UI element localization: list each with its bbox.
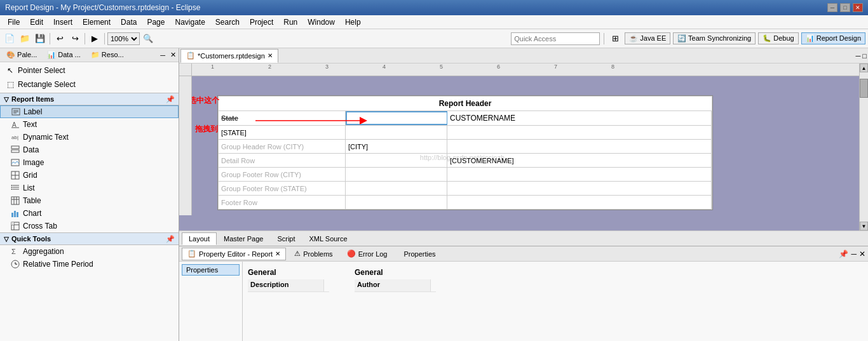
perspective-javaee[interactable]: ☕ Java EE <box>625 32 670 44</box>
properties-item[interactable]: Properties <box>182 264 240 276</box>
table-row: Group Header Row (CITY) [CITY] <box>218 140 712 154</box>
run-button[interactable]: ▶ <box>88 32 102 46</box>
label-item[interactable]: Label <box>0 105 179 118</box>
bottom-minimize-button[interactable]: ─ <box>851 250 857 258</box>
problems-icon: ⚠ <box>294 250 301 258</box>
undo-button[interactable]: ↩ <box>53 32 67 46</box>
dynamic-text-item[interactable]: ab| Dynamic Text <box>0 131 179 144</box>
new-button[interactable]: 📄 <box>3 32 17 46</box>
perspective-report[interactable]: 📊 Report Design <box>801 32 865 44</box>
menu-search[interactable]: Search <box>210 17 245 28</box>
redo-button[interactable]: ↪ <box>68 32 82 46</box>
menu-run[interactable]: Run <box>278 17 302 28</box>
relative-time-item[interactable]: Relative Time Period <box>0 258 179 271</box>
list-item[interactable]: List <box>0 182 179 194</box>
chart-icon <box>10 208 20 218</box>
panel-tab-data[interactable]: 📊 Data ... <box>43 50 85 60</box>
menu-navigate[interactable]: Navigate <box>170 17 210 28</box>
vertical-scrollbar[interactable]: ▲ ▼ <box>859 64 868 231</box>
bottom-close-button[interactable]: ✕ <box>859 250 865 258</box>
pin-icon[interactable]: 📌 <box>166 95 175 104</box>
quick-tools-pin[interactable]: 📌 <box>166 235 175 243</box>
perspective-debug[interactable]: 🐛 Debug <box>758 32 798 44</box>
maximize-button[interactable]: □ <box>840 3 850 12</box>
menu-insert[interactable]: Insert <box>48 17 78 28</box>
empty-cell-7 <box>447 168 712 181</box>
rectangle-select-tool[interactable]: ⬚ Rectangle Select <box>0 77 179 91</box>
quick-access-input[interactable] <box>511 32 600 45</box>
pointer-select-tool[interactable]: ↖ Pointer Select <box>0 64 179 77</box>
chart-item[interactable]: Chart <box>0 207 179 220</box>
scroll-thumb[interactable] <box>860 79 868 98</box>
problems-tab[interactable]: ⚠ Problems <box>288 248 338 260</box>
group-footer-city-label: Group Footer Row (CITY) <box>219 168 346 181</box>
aggregation-item[interactable]: Σ Aggregation <box>0 245 179 258</box>
script-tab[interactable]: Script <box>270 232 302 245</box>
layout-tab[interactable]: Layout <box>182 232 217 245</box>
menu-project[interactable]: Project <box>245 17 278 28</box>
customername-cell: CUSTOMERNAME <box>447 111 712 125</box>
quick-access-bar: ⊞ ☕ Java EE 🔄 Team Synchronizing 🐛 Debug… <box>511 32 865 46</box>
panel-close[interactable]: ✕ <box>170 51 176 59</box>
group-header-label: Group Header Row (CITY) <box>219 140 346 153</box>
editor-area-controls: ─ □ <box>856 52 867 60</box>
data-item[interactable]: Data <box>0 144 179 156</box>
description-row: Description <box>248 279 329 292</box>
perspective-team[interactable]: 🔄 Team Synchronizing <box>673 32 756 44</box>
properties-tab-panel: Properties <box>179 262 243 341</box>
scroll-down-button[interactable]: ▼ <box>860 222 868 231</box>
aggregation-icon: Σ <box>10 246 20 257</box>
titlebar: Report Design - My Project/Customers.rpt… <box>0 0 868 15</box>
canvas-scroll-area[interactable]: 选中这个 拖拽到 <box>192 76 859 231</box>
save-button[interactable]: 💾 <box>33 32 47 46</box>
properties-tab[interactable]: Properties <box>395 248 441 260</box>
report-items-header[interactable]: ▽ Report Items 📌 <box>0 93 179 105</box>
menu-file[interactable]: File <box>3 17 25 28</box>
close-button[interactable]: ✕ <box>853 3 863 12</box>
table-item[interactable]: Table <box>0 194 179 207</box>
bottom-pin-button[interactable]: 📌 <box>839 250 848 258</box>
design-tabs: Layout Master Page Script XML Source <box>179 231 868 246</box>
error-log-tab[interactable]: 🔴 Error Log <box>341 248 393 260</box>
tab-close-button[interactable]: ✕ <box>268 52 273 59</box>
quick-tools-header[interactable]: ▽ Quick Tools 📌 <box>0 232 179 245</box>
grid-item[interactable]: Grid <box>0 169 179 182</box>
annotation-select: 选中这个 <box>192 95 219 106</box>
menu-data[interactable]: Data <box>116 17 142 28</box>
svg-point-17 <box>11 187 13 188</box>
scroll-up-button[interactable]: ▲ <box>860 64 868 72</box>
property-editor-tab[interactable]: 📋 Property Editor - Report ✕ <box>182 248 286 260</box>
customers-tab[interactable]: 📋 *Customers.rptdesign ✕ <box>180 49 278 63</box>
open-button[interactable]: 📁 <box>18 32 32 46</box>
zoom-select[interactable]: 100% 75% 150% <box>107 32 140 45</box>
report-header-row: Report Header <box>218 96 712 111</box>
panel-tab-reso[interactable]: 📁 Reso... <box>87 50 128 60</box>
tab-icon: 📋 <box>186 51 195 60</box>
panel-tab-palette[interactable]: 🎨 Pale... <box>3 50 41 60</box>
minimize-button[interactable]: ─ <box>827 3 837 12</box>
author-row: Author <box>355 279 436 292</box>
menu-window[interactable]: Window <box>302 17 340 28</box>
svg-point-16 <box>11 185 13 186</box>
author-value[interactable] <box>431 279 436 291</box>
prop-editor-close[interactable]: ✕ <box>275 250 280 257</box>
xml-source-tab[interactable]: XML Source <box>302 232 355 245</box>
empty-cell-3 <box>447 126 712 139</box>
menu-help[interactable]: Help <box>340 17 366 28</box>
crosstab-item[interactable]: Cross Tab <box>0 220 179 232</box>
error-log-icon: 🔴 <box>347 250 356 258</box>
state-label-cell: State <box>219 111 346 125</box>
description-value[interactable] <box>324 279 329 291</box>
menu-page[interactable]: Page <box>142 17 170 28</box>
menu-edit[interactable]: Edit <box>25 17 48 28</box>
image-item[interactable]: Image <box>0 156 179 169</box>
ruler-h-marks: 1 2 3 4 5 6 7 8 <box>192 64 859 76</box>
panel-minimize[interactable]: ─ <box>160 51 165 59</box>
text-item[interactable]: A Text <box>0 118 179 131</box>
ruler-corner <box>179 64 192 76</box>
zoom-in-button[interactable]: 🔍 <box>141 32 155 46</box>
menu-element[interactable]: Element <box>78 17 116 28</box>
empty-selected-cell[interactable] <box>346 111 447 125</box>
table-row: [STATE] <box>218 126 712 140</box>
master-page-tab[interactable]: Master Page <box>217 232 270 245</box>
